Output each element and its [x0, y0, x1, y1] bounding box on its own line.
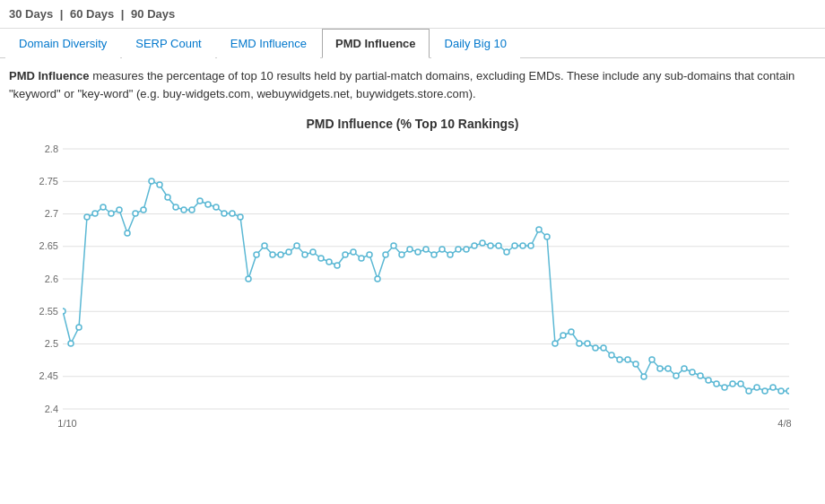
tab-emd-influence[interactable]: EMD Influence: [217, 29, 320, 58]
svg-point-95: [657, 366, 663, 371]
svg-point-22: [68, 341, 74, 346]
svg-point-73: [480, 240, 485, 246]
svg-point-62: [391, 243, 396, 248]
chart-svg: 2.8 2.75 2.7 2.65 2.6 2.55 2.5 2.45: [18, 140, 807, 445]
svg-text:2.5: 2.5: [45, 338, 58, 349]
sep1: |: [60, 7, 64, 21]
tab-bar: Domain Diversity SERP Count EMD Influenc…: [0, 29, 825, 58]
svg-point-32: [149, 178, 154, 184]
svg-point-71: [464, 247, 469, 252]
svg-point-67: [431, 252, 437, 257]
svg-point-104: [730, 381, 735, 387]
svg-text:2.8: 2.8: [45, 143, 58, 154]
svg-point-50: [294, 243, 300, 248]
svg-point-57: [351, 249, 356, 255]
label-90days[interactable]: 90 Days: [131, 7, 175, 21]
svg-point-74: [488, 243, 493, 248]
top-bar: 30 Days | 60 Days | 90 Days: [0, 0, 825, 29]
svg-point-64: [407, 247, 412, 252]
svg-text:1/10: 1/10: [57, 418, 76, 429]
svg-point-31: [141, 207, 146, 213]
svg-point-59: [367, 252, 372, 257]
svg-point-49: [286, 249, 291, 255]
svg-point-96: [665, 366, 671, 371]
tab-domain-diversity[interactable]: Domain Diversity: [5, 29, 120, 58]
svg-text:2.75: 2.75: [39, 176, 58, 187]
svg-point-27: [109, 211, 114, 216]
tab-pmd-influence[interactable]: PMD Influence: [322, 29, 430, 58]
svg-point-78: [520, 243, 525, 248]
svg-point-86: [585, 341, 590, 346]
svg-point-85: [577, 341, 582, 346]
svg-point-77: [512, 243, 517, 248]
svg-point-75: [496, 243, 501, 248]
svg-point-25: [92, 211, 98, 216]
svg-point-107: [754, 385, 760, 390]
svg-text:2.6: 2.6: [45, 274, 58, 284]
svg-point-43: [238, 214, 243, 220]
chart-area: 2.8 2.75 2.7 2.65 2.6 2.55 2.5 2.45: [18, 140, 807, 445]
svg-point-109: [770, 385, 776, 390]
svg-text:2.55: 2.55: [39, 306, 58, 317]
svg-text:4/8: 4/8: [777, 418, 791, 429]
svg-point-55: [334, 263, 340, 268]
svg-point-93: [641, 374, 647, 379]
svg-point-51: [302, 252, 308, 257]
svg-point-26: [100, 204, 106, 210]
svg-point-70: [456, 247, 461, 252]
svg-point-46: [262, 243, 267, 248]
svg-point-45: [254, 252, 259, 257]
svg-point-42: [230, 211, 235, 216]
svg-point-37: [189, 207, 195, 213]
svg-point-88: [601, 345, 606, 351]
svg-point-91: [625, 357, 630, 362]
svg-point-41: [221, 211, 227, 216]
sep2: |: [121, 7, 125, 21]
svg-point-29: [125, 230, 130, 236]
svg-point-99: [690, 369, 695, 375]
svg-point-36: [181, 207, 187, 213]
svg-point-89: [609, 352, 614, 358]
svg-point-66: [423, 247, 429, 252]
svg-point-108: [762, 388, 768, 394]
tab-daily-big-10[interactable]: Daily Big 10: [431, 29, 520, 58]
svg-point-54: [326, 259, 332, 265]
description-text: PMD Influence measures the percentage of…: [0, 58, 825, 108]
svg-point-63: [399, 252, 404, 257]
svg-point-105: [738, 381, 743, 387]
svg-point-44: [246, 276, 251, 282]
svg-point-56: [343, 252, 348, 257]
svg-point-92: [633, 361, 638, 367]
svg-point-69: [447, 252, 453, 257]
svg-point-79: [528, 243, 534, 248]
svg-point-34: [165, 195, 170, 200]
svg-text:2.45: 2.45: [39, 370, 58, 381]
svg-point-24: [84, 214, 90, 220]
svg-point-81: [544, 234, 550, 239]
label-60days[interactable]: 60 Days: [70, 7, 114, 21]
svg-point-52: [310, 249, 316, 255]
svg-point-53: [318, 256, 324, 261]
svg-point-106: [746, 388, 751, 394]
svg-point-48: [278, 252, 283, 257]
svg-point-87: [593, 345, 598, 351]
svg-point-35: [173, 204, 178, 210]
svg-text:2.4: 2.4: [45, 404, 58, 414]
svg-point-82: [552, 341, 558, 346]
svg-point-97: [673, 373, 679, 378]
svg-point-103: [722, 385, 727, 390]
svg-point-72: [472, 243, 477, 248]
svg-point-23: [76, 325, 82, 330]
svg-text:2.65: 2.65: [39, 240, 58, 251]
svg-point-60: [375, 276, 380, 282]
chart-container: PMD Influence (% Top 10 Rankings) 2.8 2.…: [0, 108, 825, 454]
svg-point-111: [786, 388, 792, 394]
svg-point-38: [197, 198, 203, 204]
svg-text:2.7: 2.7: [45, 208, 58, 219]
chart-title: PMD Influence (% Top 10 Rankings): [9, 117, 816, 131]
svg-point-58: [359, 256, 364, 261]
tab-serp-count[interactable]: SERP Count: [122, 29, 214, 58]
label-30days[interactable]: 30 Days: [9, 7, 53, 21]
svg-point-80: [536, 227, 542, 232]
svg-point-28: [117, 207, 122, 213]
